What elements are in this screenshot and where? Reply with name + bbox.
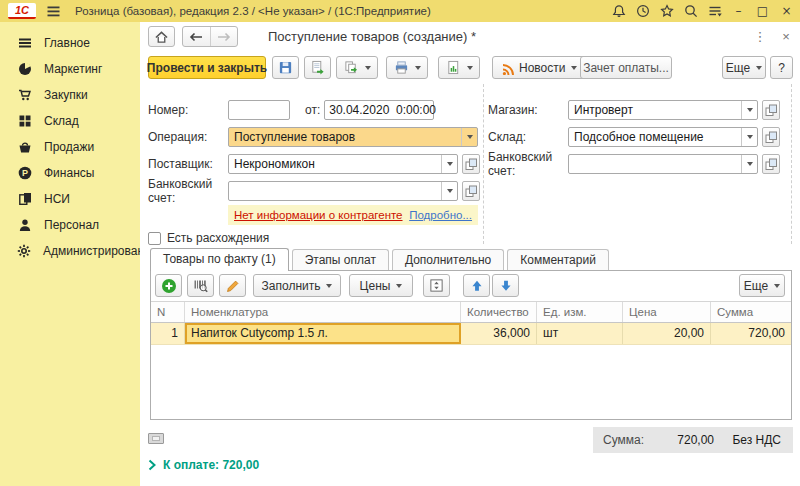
- form-fields-area: Номер: от: 30.04.2020 0:00:00 Операция: …: [140, 84, 800, 248]
- close-document-button[interactable]: ×: [778, 26, 794, 47]
- sidebar-item-sales[interactable]: Продажи: [0, 134, 140, 160]
- arrow-up-icon: [470, 279, 484, 293]
- form-left-column: Номер: от: 30.04.2020 0:00:00 Операция: …: [148, 84, 484, 244]
- minimize-button[interactable]: –: [731, 4, 746, 18]
- sidebar-item-purchases[interactable]: Закупки: [0, 82, 140, 108]
- supplier-open-button[interactable]: [462, 154, 480, 174]
- dropdown-arrow-icon[interactable]: [441, 182, 457, 200]
- 1c-logo[interactable]: 1С: [8, 3, 36, 19]
- prices-button[interactable]: Цены: [349, 274, 413, 297]
- discrepancies-label: Есть расхождения: [167, 231, 269, 245]
- maximize-button[interactable]: □: [755, 4, 770, 18]
- tab-additional[interactable]: Дополнительно: [392, 249, 504, 271]
- close-window-button[interactable]: ×: [779, 4, 794, 18]
- form-settings-icon[interactable]: [148, 433, 164, 444]
- home-button[interactable]: [148, 26, 175, 47]
- to-pay-label: К оплате: 720,00: [163, 458, 259, 472]
- hamburger-menu-icon[interactable]: [46, 5, 61, 18]
- barcode-scan-button[interactable]: [187, 274, 214, 297]
- bank-account2-open-button[interactable]: [762, 154, 780, 174]
- notifications-bell-icon[interactable]: [611, 4, 626, 19]
- sidebar-item-personnel[interactable]: Персонал: [0, 212, 140, 238]
- store-open-button[interactable]: [762, 100, 780, 120]
- tab-comment[interactable]: Комментарий: [507, 249, 609, 271]
- no-info-link[interactable]: Нет информации о контрагенте: [234, 209, 403, 221]
- news-button[interactable]: Новости: [492, 56, 586, 79]
- table-more-button[interactable]: Еще: [739, 274, 785, 297]
- dropdown-arrow-icon[interactable]: [461, 128, 477, 146]
- fit-rows-button[interactable]: [423, 274, 450, 297]
- open-form-icon: [765, 131, 778, 144]
- date-input[interactable]: 30.04.2020 0:00:00: [324, 100, 434, 120]
- dropdown-arrow-icon[interactable]: [741, 155, 757, 173]
- fill-button[interactable]: Заполнить: [253, 274, 341, 297]
- back-button[interactable]: [183, 27, 210, 46]
- number-input[interactable]: [228, 100, 290, 120]
- file-report-icon: [446, 60, 461, 75]
- quantity-cell[interactable]: 36,000: [461, 323, 537, 344]
- add-plus-icon: [161, 278, 177, 294]
- move-up-button[interactable]: [463, 274, 490, 297]
- warehouse-select[interactable]: Подсобное помещение: [568, 127, 758, 147]
- attached-files-button[interactable]: [438, 56, 480, 79]
- details-link[interactable]: Подробно...: [409, 209, 472, 221]
- bank-account-select[interactable]: [228, 181, 458, 201]
- tab-bar: Товары по факту (1) Этапы оплат Дополнит…: [150, 248, 612, 271]
- table-row[interactable]: 1 Напиток Cutycomp 1.5 л. 36,000 шт 20,0…: [151, 323, 791, 345]
- printer-icon: [394, 60, 409, 75]
- operation-select[interactable]: Поступление товаров: [228, 127, 478, 147]
- supplier-select[interactable]: Некрономикон: [228, 154, 458, 174]
- save-button[interactable]: [272, 56, 299, 79]
- service-menu-icon[interactable]: [707, 4, 722, 19]
- column-header[interactable]: Номенклатура: [185, 302, 461, 322]
- more-button[interactable]: Еще: [722, 56, 766, 79]
- expand-rows-icon: [429, 278, 444, 293]
- move-down-button[interactable]: [492, 274, 519, 297]
- column-header[interactable]: Ед. изм.: [537, 302, 623, 322]
- to-pay-section[interactable]: К оплате: 720,00: [148, 458, 259, 472]
- tab-goods-by-fact[interactable]: Товары по факту (1): [150, 248, 289, 271]
- price-cell[interactable]: 20,00: [623, 323, 711, 344]
- sidebar-item-marketing[interactable]: Маркетинг: [0, 56, 140, 82]
- add-row-button[interactable]: [155, 274, 182, 297]
- warehouse-open-button[interactable]: [762, 127, 780, 147]
- column-header[interactable]: Сумма: [711, 302, 791, 322]
- discrepancies-checkbox[interactable]: [148, 232, 161, 245]
- post-and-close-button[interactable]: Провести и закрыть: [148, 56, 266, 79]
- search-icon[interactable]: [683, 4, 698, 19]
- sidebar-item-nsi[interactable]: НСИ: [0, 186, 140, 212]
- row-number-cell[interactable]: 1: [151, 323, 185, 344]
- unit-cell[interactable]: шт: [537, 323, 623, 344]
- edit-row-button[interactable]: [219, 274, 246, 297]
- post-document-icon: [310, 60, 325, 75]
- chevron-down-icon: [467, 66, 473, 70]
- forward-button[interactable]: [210, 27, 238, 46]
- bank-account2-select[interactable]: [568, 154, 758, 174]
- post-document-button[interactable]: [304, 56, 331, 79]
- payment-offset-button[interactable]: Зачет оплаты...: [580, 56, 672, 79]
- column-header[interactable]: Цена: [623, 302, 711, 322]
- titlebar: 1С Розница (базовая), редакция 2.3 / <Не…: [0, 0, 800, 22]
- history-clock-icon[interactable]: [635, 4, 650, 19]
- create-based-on-button[interactable]: [336, 56, 378, 79]
- favorites-star-icon[interactable]: [659, 4, 674, 19]
- tab-payment-stages[interactable]: Этапы оплат: [292, 249, 389, 271]
- sidebar-item-administration[interactable]: Администрирование: [0, 238, 140, 264]
- sidebar-item-main[interactable]: Главное: [0, 30, 140, 56]
- column-header[interactable]: Количество: [461, 302, 537, 322]
- bank-account-open-button[interactable]: [462, 181, 480, 201]
- column-header[interactable]: N: [151, 302, 185, 322]
- print-button[interactable]: [386, 56, 428, 79]
- dropdown-arrow-icon[interactable]: [741, 101, 757, 119]
- sidebar-item-warehouse[interactable]: Склад: [0, 108, 140, 134]
- sum-cell[interactable]: 720,00: [711, 323, 791, 344]
- nomenclature-cell[interactable]: Напиток Cutycomp 1.5 л.: [185, 323, 461, 344]
- sidebar-item-finance[interactable]: Р Финансы: [0, 160, 140, 186]
- dropdown-arrow-icon[interactable]: [441, 155, 457, 173]
- dropdown-arrow-icon[interactable]: [741, 128, 757, 146]
- store-select[interactable]: Интроверт: [568, 100, 758, 120]
- more-menu-dots-icon[interactable]: ⋮: [752, 26, 768, 47]
- chevron-down-icon: [774, 284, 780, 288]
- chevron-down-icon: [415, 66, 421, 70]
- help-button[interactable]: ?: [770, 56, 793, 79]
